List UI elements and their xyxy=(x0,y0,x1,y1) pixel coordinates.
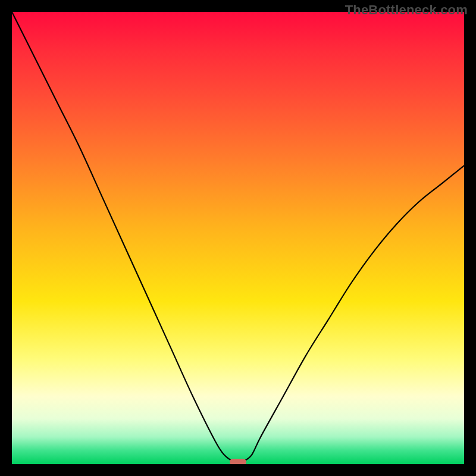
watermark-text: TheBottleneck.com xyxy=(345,2,468,18)
plot-area xyxy=(12,12,464,464)
bottleneck-curve xyxy=(12,12,464,464)
curve-svg xyxy=(12,12,464,464)
valley-marker xyxy=(230,459,246,464)
chart-frame: TheBottleneck.com xyxy=(0,0,476,476)
